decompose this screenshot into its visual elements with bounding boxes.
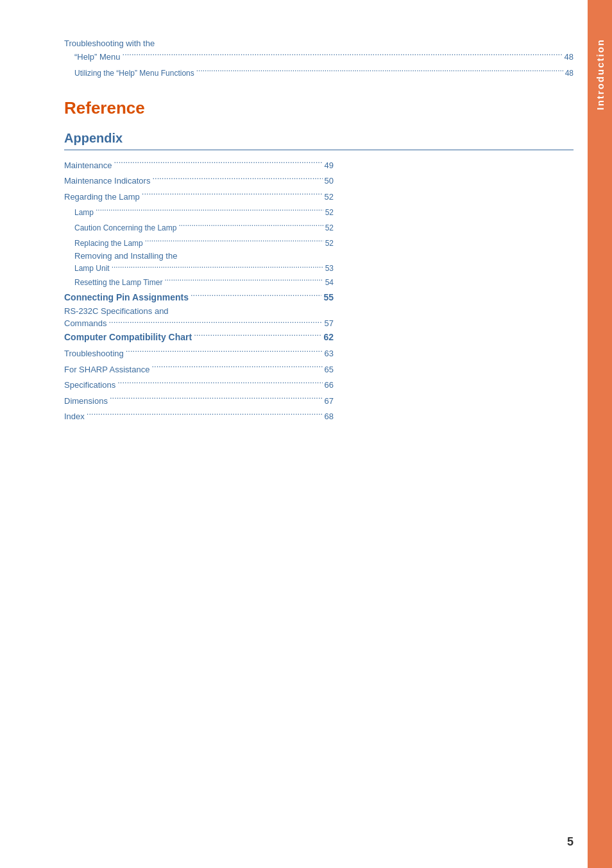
- index-dots: [87, 409, 323, 419]
- dimensions-page: 67: [325, 395, 334, 408]
- replacing-lamp-page: 52: [325, 238, 334, 249]
- computer-compat-page: 62: [323, 331, 334, 344]
- maintenance-page: 49: [325, 159, 334, 172]
- rs232c-line1: RS-232C Specifications and: [64, 306, 334, 316]
- toc-rs232c: RS-232C Specifications and Commands 57: [64, 306, 334, 328]
- removing-lamp-page: 53: [325, 264, 334, 273]
- troubleshooting-page: 63: [325, 347, 334, 360]
- connecting-pin-dots: [191, 290, 321, 300]
- dimensions-label: Dimensions: [64, 395, 108, 408]
- maintenance-label: Maintenance: [64, 159, 112, 172]
- removing-lamp-dots: [112, 261, 323, 271]
- regarding-lamp-dots: [142, 189, 323, 200]
- toc-regarding-lamp: Regarding the Lamp 52: [64, 189, 334, 204]
- toc-caution-lamp: Caution Concerning the Lamp 52: [64, 220, 334, 234]
- toc-dimensions: Dimensions 67: [64, 394, 334, 408]
- resetting-lamp-dots: [164, 275, 323, 285]
- maintenance-indicators-label: Maintenance Indicators: [64, 175, 150, 187]
- toc-lamp: Lamp 52: [64, 205, 334, 218]
- toc-troubleshooting-header: Troubleshooting with the: [64, 39, 574, 48]
- toc-index: Index 68: [64, 409, 334, 423]
- lamp-page: 52: [325, 207, 334, 218]
- caution-lamp-label: Caution Concerning the Lamp: [74, 222, 176, 234]
- troubleshooting-label: Troubleshooting: [64, 347, 124, 360]
- caution-lamp-dots: [178, 220, 323, 230]
- replacing-lamp-dots: [145, 236, 323, 246]
- toc-troubleshooting: Troubleshooting 63: [64, 346, 334, 360]
- lamp-label: Lamp: [74, 207, 94, 218]
- regarding-lamp-label: Regarding the Lamp: [64, 191, 140, 204]
- help-menu-page: 48: [565, 51, 574, 64]
- connecting-pin-label: Connecting Pin Assignments: [64, 291, 189, 304]
- dimensions-dots: [110, 394, 323, 404]
- troubleshooting-header-line1: Troubleshooting with the: [64, 39, 155, 48]
- computer-compat-dots: [194, 330, 321, 340]
- reference-heading: Reference: [64, 98, 574, 118]
- toc-help-menu: “Help” Menu 48: [64, 49, 574, 64]
- utilizing-help-page: 48: [565, 67, 574, 79]
- index-label: Index: [64, 410, 85, 423]
- help-menu-label: “Help” Menu: [74, 51, 121, 64]
- regarding-lamp-page: 52: [325, 191, 334, 204]
- toc-removing-lamp: Removing and Installing the Lamp Unit 53: [64, 251, 334, 273]
- utilizing-help-dots: [196, 65, 563, 76]
- toc-maintenance-indicators: Maintenance Indicators 50: [64, 173, 334, 187]
- rs232c-dots: [108, 316, 322, 326]
- connecting-pin-page: 55: [323, 291, 334, 304]
- page-content: Troubleshooting with the “Help” Menu 48 …: [64, 26, 574, 423]
- toc-utilizing-help: Utilizing the “Help” Menu Functions 48: [64, 65, 574, 79]
- toc-replacing-lamp: Replacing the Lamp 52: [64, 236, 334, 249]
- index-page: 68: [325, 410, 334, 423]
- sidebar-tab-label: Introduction: [595, 39, 606, 110]
- sharp-assistance-page: 65: [325, 363, 334, 376]
- removing-lamp-line1: Removing and Installing the: [74, 251, 334, 261]
- toc-block: Maintenance 49 Maintenance Indicators 50…: [64, 158, 334, 423]
- caution-lamp-page: 52: [325, 222, 334, 234]
- toc-specifications: Specifications 66: [64, 378, 334, 392]
- page-container: Introduction Troubleshooting with the “H…: [0, 0, 612, 868]
- maintenance-indicators-dots: [152, 173, 322, 184]
- rs232c-commands-label: Commands: [64, 318, 106, 328]
- sharp-assistance-label: For SHARP Assistance: [64, 363, 149, 376]
- toc-resetting-lamp: Resetting the Lamp Timer 54: [64, 275, 334, 288]
- removing-lamp-label2: Lamp Unit: [74, 264, 110, 273]
- specifications-label: Specifications: [64, 379, 115, 392]
- utilizing-help-label: Utilizing the “Help” Menu Functions: [74, 67, 194, 79]
- maintenance-dots: [114, 158, 322, 168]
- resetting-lamp-label: Resetting the Lamp Timer: [74, 277, 162, 288]
- troubleshooting-dots: [126, 346, 323, 356]
- page-number: 5: [567, 835, 574, 849]
- toc-maintenance: Maintenance 49: [64, 158, 334, 172]
- sidebar-tab: Introduction: [588, 0, 612, 868]
- specifications-dots: [117, 378, 322, 388]
- toc-sharp-assistance: For SHARP Assistance 65: [64, 362, 334, 376]
- toc-connecting-pin: Connecting Pin Assignments 55: [64, 290, 334, 304]
- sharp-assistance-dots: [151, 362, 322, 372]
- replacing-lamp-label: Replacing the Lamp: [74, 238, 143, 249]
- appendix-heading: Appendix: [64, 131, 574, 150]
- troubleshooting-section: Troubleshooting with the “Help” Menu 48 …: [64, 39, 574, 79]
- specifications-page: 66: [325, 379, 334, 392]
- lamp-dots: [96, 205, 323, 215]
- resetting-lamp-page: 54: [325, 277, 334, 288]
- computer-compat-label: Computer Compatibility Chart: [64, 331, 192, 344]
- maintenance-indicators-page: 50: [325, 175, 334, 187]
- help-menu-dots: [123, 49, 563, 60]
- toc-computer-compat: Computer Compatibility Chart 62: [64, 330, 334, 344]
- rs232c-page: 57: [325, 318, 334, 328]
